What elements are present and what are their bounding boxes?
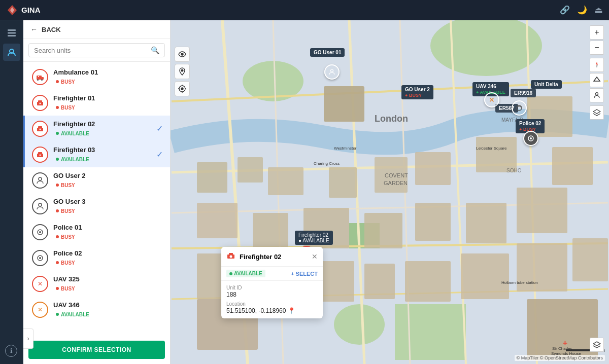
svg-rect-43 <box>415 203 451 241</box>
svg-rect-89 <box>229 253 233 256</box>
link-icon[interactable]: 🔗 <box>560 5 570 15</box>
unit-status: AVAILABLE <box>53 156 92 163</box>
moon-icon[interactable]: 🌙 <box>577 5 587 15</box>
status-dot <box>56 158 59 161</box>
svg-rect-33 <box>268 167 303 195</box>
unit-icon-uav: ✕ <box>32 276 48 292</box>
unit-item-go-user-3[interactable]: GO User 3 BUSY <box>23 193 170 219</box>
unit-icon-firefighter <box>32 95 48 111</box>
svg-rect-14 <box>38 126 42 128</box>
svg-text:Holborn tube station: Holborn tube station <box>501 280 538 285</box>
police-02-map-icon[interactable] <box>523 131 538 146</box>
map-attribution: © MapTiler © OpenStreetMap Contributors <box>515 355 605 361</box>
popup-select-button[interactable]: + SELECT <box>291 271 318 277</box>
svg-text:Charing Cross: Charing Cross <box>314 161 340 166</box>
svg-rect-38 <box>476 137 517 172</box>
status-dot <box>56 261 59 264</box>
info-button[interactable]: ℹ <box>5 345 17 357</box>
svg-point-73 <box>530 137 532 139</box>
svg-point-24 <box>39 257 41 259</box>
unit-item[interactable]: Ambulance 01 BUSY <box>23 64 170 90</box>
svg-rect-6 <box>37 76 42 80</box>
unit-info: Firefighter 03 AVAILABLE <box>53 146 151 163</box>
check-icon: ✓ <box>156 150 163 159</box>
svg-rect-28 <box>395 304 466 360</box>
svg-marker-76 <box>596 62 598 65</box>
zoom-out-button[interactable]: − <box>590 41 604 55</box>
unit-name: UAV 346 <box>53 301 163 309</box>
svg-rect-4 <box>8 35 16 37</box>
eye-button[interactable] <box>175 47 190 62</box>
map-controls-right: + − <box>590 25 604 120</box>
location-icon[interactable]: 📍 <box>288 307 295 314</box>
er-map-icon[interactable] <box>512 100 527 116</box>
unit-icon-firefighter <box>32 147 48 163</box>
sidebar-icon-list[interactable] <box>3 24 20 42</box>
panel-header[interactable]: ← BACK <box>23 20 170 39</box>
unit-icon-go-user <box>32 172 48 189</box>
popup-unit-icon <box>226 251 235 262</box>
unit-info: GO User 3 BUSY <box>53 198 163 214</box>
svg-rect-3 <box>8 32 16 34</box>
uav-346-map-icon[interactable]: ✕ <box>484 92 499 107</box>
draw-button[interactable] <box>175 81 190 96</box>
search-bar: 🔍 <box>23 39 170 62</box>
unit-info: Firefighter 01 BUSY <box>53 94 163 111</box>
unit-status: AVAILABLE <box>53 311 92 318</box>
search-input[interactable] <box>34 47 151 54</box>
location-pin-button[interactable] <box>175 64 190 79</box>
unit-item-firefighter-02[interactable]: Firefighter 02 AVAILABLE ✓ <box>23 116 170 141</box>
unit-item-uav-346[interactable]: ✕ UAV 346 AVAILABLE <box>23 297 170 322</box>
back-label: BACK <box>42 26 61 33</box>
unit-icon-police <box>32 224 48 240</box>
unit-item-police-02[interactable]: Police 02 BUSY <box>23 245 170 271</box>
unit-item-firefighter-03[interactable]: Firefighter 03 AVAILABLE ✓ <box>23 141 170 167</box>
map-area[interactable]: London COVENT GARDEN MAYFAIR SOHO Westmi… <box>171 20 609 364</box>
svg-rect-2 <box>8 29 16 31</box>
left-panel: ← BACK 🔍 <box>23 20 171 364</box>
collapse-panel-button[interactable]: › <box>23 329 33 349</box>
cross-marker: + <box>563 339 567 348</box>
unit-status: BUSY <box>53 182 78 189</box>
unit-status: BUSY <box>53 260 78 266</box>
go-user-2-map-label: GO User 2 ● BUSY <box>401 85 433 99</box>
sidebar-icon-units[interactable] <box>3 44 20 61</box>
unit-item-police-01[interactable]: Police 01 BUSY <box>23 219 170 245</box>
unit-name: UAV 325 <box>53 275 163 283</box>
svg-rect-31 <box>197 162 227 193</box>
svg-point-74 <box>331 69 333 72</box>
svg-rect-44 <box>364 213 402 248</box>
unit-list: Ambulance 01 BUSY Firefighter 01 <box>23 62 170 336</box>
svg-rect-51 <box>405 261 451 302</box>
compass-button[interactable] <box>590 58 604 72</box>
svg-point-80 <box>181 53 183 55</box>
confirm-selection-button[interactable]: CONFIRM SELECTION <box>28 341 165 359</box>
exit-icon[interactable]: ⏏ <box>594 5 603 16</box>
svg-text:GARDEN: GARDEN <box>384 180 408 186</box>
status-dot <box>56 235 59 238</box>
svg-text:COVENT: COVENT <box>385 172 408 178</box>
svg-rect-37 <box>415 152 451 185</box>
go-user-map-icon[interactable] <box>324 64 340 80</box>
zoom-in-button[interactable]: + <box>590 25 604 40</box>
layers-map-button[interactable] <box>590 105 604 120</box>
unit-item-uav-325[interactable]: ✕ UAV 325 BUSY <box>23 271 170 297</box>
popup-close-button[interactable]: ✕ <box>312 252 318 261</box>
svg-point-19 <box>39 177 42 180</box>
unit-name: Ambulance 01 <box>53 68 163 76</box>
unit-name: Firefighter 03 <box>53 146 151 154</box>
status-dot <box>56 106 59 109</box>
topbar: GINA 🔗 🌙 ⏏ <box>0 0 609 20</box>
popup-body: Unit ID 188 Location 51.515100, -0.11896… <box>221 281 323 318</box>
unit-status: BUSY <box>53 79 78 85</box>
tilt-button[interactable] <box>590 73 604 87</box>
street-view-button[interactable] <box>590 88 604 102</box>
unit-status: AVAILABLE <box>53 130 92 137</box>
svg-point-26 <box>430 20 542 76</box>
svg-rect-50 <box>364 264 395 299</box>
layers-bottom-button[interactable] <box>590 338 604 352</box>
unit-item[interactable]: Firefighter 01 BUSY <box>23 90 170 116</box>
unit-name: GO User 2 <box>53 172 163 179</box>
unit-info: Firefighter 02 AVAILABLE <box>53 120 151 137</box>
unit-item-go-user-2[interactable]: GO User 2 BUSY <box>23 167 170 193</box>
